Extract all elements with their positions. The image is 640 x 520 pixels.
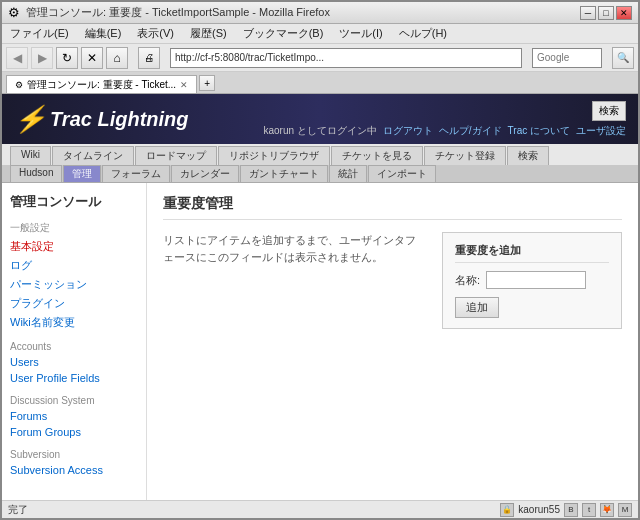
lock-icon: 🔒 [500,503,514,517]
tab-roadmap[interactable]: ロードマップ [135,146,217,165]
forward-button[interactable]: ▶ [31,47,53,69]
sidebar-link-forum-groups[interactable]: Forum Groups [10,425,138,439]
content-main: リストにアイテムを追加するまで、ユーザインタフェースにこのフィールドは表示されま… [163,232,422,329]
sidebar: 管理コンソール 一般設定 基本設定 ログ パーミッション プラグイン Wiki名… [2,183,147,500]
twitter-icon: t [582,503,596,517]
status-text: 完了 [8,503,28,517]
menu-bar: ファイル(E) 編集(E) 表示(V) 履歴(S) ブックマーク(B) ツール(… [2,24,638,44]
sidebar-section-general: 一般設定 [10,221,138,235]
tab-close-icon[interactable]: ✕ [180,80,188,90]
lightning-icon: ⚡ [14,104,46,135]
tab-label: 管理コンソール: 重要度 - Ticket... [27,78,176,92]
tab-gantt[interactable]: ガントチャート [240,165,328,182]
trac-header: ⚡ Trac Lightning 検索 kaorun としてログイン中 ログアウ… [2,94,638,144]
maximize-button[interactable]: □ [598,6,614,20]
tab-forum[interactable]: フォーラム [102,165,170,182]
tab-hudson[interactable]: Hudson [10,165,62,182]
tab-stats[interactable]: 統計 [329,165,367,182]
menu-file[interactable]: ファイル(E) [6,24,73,43]
sidebar-link-users[interactable]: Users [10,355,138,369]
status-right: 🔒 kaorun55 B t 🦊 M [500,503,632,517]
login-text: kaorun としてログイン中 [263,124,376,138]
browser-frame: ⚙ 管理コンソール: 重要度 - TicketImportSample - Mo… [0,0,640,520]
address-bar[interactable]: http://cf-r5:8080/trac/TicketImpo... [170,48,522,68]
reload-button[interactable]: ↻ [56,47,78,69]
print-button[interactable]: 🖨 [138,47,160,69]
firefox-icon: 🦊 [600,503,614,517]
sidebar-section-subversion: Subversion [10,449,138,460]
form-name-label: 名称: [455,273,480,288]
trac-logo: ⚡ Trac Lightning [14,104,189,135]
sidebar-link-plugin[interactable]: プラグイン [10,295,138,312]
bookmark-icon: B [564,503,578,517]
window-controls: ─ □ ✕ [580,6,632,20]
page-content: ⚡ Trac Lightning 検索 kaorun としてログイン中 ログアウ… [2,94,638,500]
sidebar-section-accounts: Accounts [10,341,138,352]
add-panel-title: 重要度を追加 [455,243,609,263]
sidebar-section-discussion: Discussion System [10,395,138,406]
logo-text: Trac Lightning [50,108,189,131]
menu-view[interactable]: 表示(V) [133,24,178,43]
menu-history[interactable]: 履歴(S) [186,24,231,43]
address-text: http://cf-r5:8080/trac/TicketImpo... [175,52,324,63]
info-text: リストにアイテムを追加するまで、ユーザインタフェースにこのフィールドは表示されま… [163,232,422,265]
logout-link[interactable]: ログアウト [383,124,433,138]
title-bar: ⚙ 管理コンソール: 重要度 - TicketImportSample - Mo… [2,2,638,24]
menu-edit[interactable]: 編集(E) [81,24,126,43]
home-button[interactable]: ⌂ [106,47,128,69]
sidebar-link-log[interactable]: ログ [10,257,138,274]
menu-help[interactable]: ヘルプ(H) [395,24,451,43]
nav-toolbar: ◀ ▶ ↻ ✕ ⌂ 🖨 http://cf-r5:8080/trac/Ticke… [2,44,638,72]
add-button[interactable]: 追加 [455,297,499,318]
sidebar-link-permission[interactable]: パーミッション [10,276,138,293]
form-name-row: 名称: [455,271,609,289]
sidebar-link-forums[interactable]: Forums [10,409,138,423]
search-icon[interactable]: 🔍 [612,47,634,69]
back-button[interactable]: ◀ [6,47,28,69]
tab-admin[interactable]: 管理 [63,165,101,182]
tab-timeline[interactable]: タイムライン [52,146,134,165]
user-settings-link[interactable]: ユーザ設定 [576,124,626,138]
sidebar-link-svn-access[interactable]: Subversion Access [10,463,138,477]
content-body: リストにアイテムを追加するまで、ユーザインタフェースにこのフィールドは表示されま… [163,232,622,329]
help-link[interactable]: ヘルプ/ガイド [439,124,502,138]
trac-search-button[interactable]: 検索 [592,101,626,121]
form-name-input[interactable] [486,271,586,289]
sidebar-link-basic[interactable]: 基本設定 [10,238,138,255]
status-bar: 完了 🔒 kaorun55 B t 🦊 M [2,500,638,518]
sidebar-link-wiki-rename[interactable]: Wiki名前変更 [10,314,138,331]
tab-view-tickets[interactable]: チケットを見る [331,146,423,165]
new-tab-button[interactable]: + [199,75,215,91]
tab-wiki[interactable]: Wiki [10,146,51,165]
window-title: 管理コンソール: 重要度 - TicketImportSample - Mozi… [26,5,330,20]
status-user: kaorun55 [518,504,560,515]
sidebar-title: 管理コンソール [10,193,138,211]
tab-bar: ⚙ 管理コンソール: 重要度 - Ticket... ✕ + [2,72,638,94]
content-title: 重要度管理 [163,195,622,220]
mail-icon: M [618,503,632,517]
nav-tabs: Wiki タイムライン ロードマップ リポジトリブラウザ チケットを見る チケッ… [2,144,638,183]
stop-button[interactable]: ✕ [81,47,103,69]
about-link[interactable]: Trac について [508,124,570,138]
tab-new-ticket[interactable]: チケット登録 [424,146,506,165]
search-input[interactable] [532,48,602,68]
tab-import[interactable]: インポート [368,165,436,182]
close-button[interactable]: ✕ [616,6,632,20]
browser-tab-active[interactable]: ⚙ 管理コンソール: 重要度 - Ticket... ✕ [6,75,197,93]
trac-header-right: 検索 kaorun としてログイン中 ログアウト ヘルプ/ガイド Trac につ… [263,101,626,138]
menu-tools[interactable]: ツール(I) [335,24,386,43]
nav-tabs-row1: Wiki タイムライン ロードマップ リポジトリブラウザ チケットを見る チケッ… [2,144,638,165]
login-bar: kaorun としてログイン中 ログアウト ヘルプ/ガイド Trac について … [263,124,626,138]
minimize-button[interactable]: ─ [580,6,596,20]
content-area: 重要度管理 リストにアイテムを追加するまで、ユーザインタフェースにこのフィールド… [147,183,638,500]
tab-search[interactable]: 検索 [507,146,549,165]
tab-calendar[interactable]: カレンダー [171,165,239,182]
sidebar-link-user-profile[interactable]: User Profile Fields [10,371,138,385]
add-panel: 重要度を追加 名称: 追加 [442,232,622,329]
tab-repo[interactable]: リポジトリブラウザ [218,146,330,165]
main-area: 管理コンソール 一般設定 基本設定 ログ パーミッション プラグイン Wiki名… [2,183,638,500]
menu-bookmarks[interactable]: ブックマーク(B) [239,24,328,43]
nav-tabs-row2: Hudson 管理 フォーラム カレンダー ガントチャート 統計 インポート [2,165,638,182]
